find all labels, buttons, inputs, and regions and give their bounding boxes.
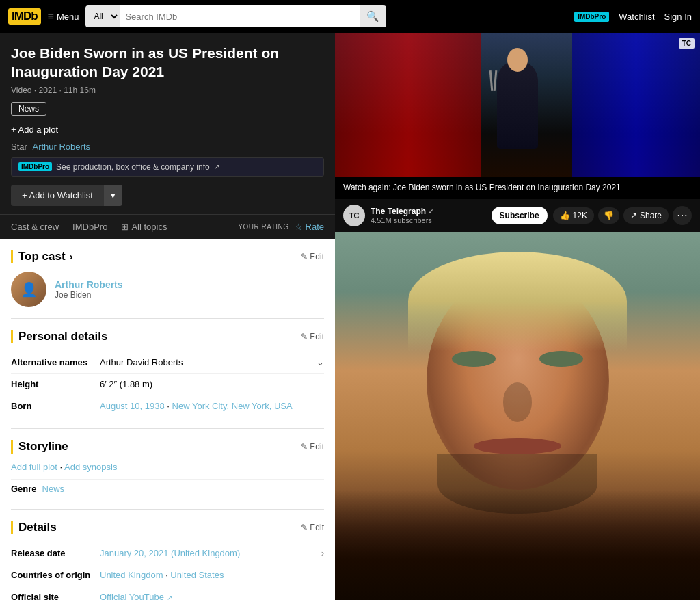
personal-details-edit[interactable]: ✎ Edit (301, 332, 324, 341)
imdbpro-logo[interactable]: IMDbPro (574, 12, 609, 22)
search-input[interactable] (120, 5, 360, 27)
cast-info: Arthur Roberts Joe Biden (55, 279, 123, 300)
imdbpro-bar[interactable]: IMDbPro See production, box office & com… (11, 157, 324, 177)
top-cast-label: Top cast (18, 250, 66, 263)
storyline-header: Storyline ✎ Edit (11, 440, 324, 454)
subscribe-button[interactable]: Subscribe (492, 207, 548, 224)
cast-crew-nav[interactable]: Cast & crew (11, 215, 59, 239)
release-date-row[interactable]: Release date January 20, 2021 (United Ki… (11, 543, 324, 564)
details-header: Details ✎ Edit (11, 521, 324, 534)
search-bar: All 🔍 (85, 5, 386, 27)
video-section: TC Watch again: Joe Biden sworn in as US… (335, 33, 700, 232)
storyline-section: Storyline ✎ Edit Add full plot · Add syn… (11, 440, 324, 498)
imdb-logo[interactable]: IMDb (8, 8, 41, 25)
born-label: Born (11, 401, 100, 411)
personal-details-section: Personal details ✎ Edit Alternative name… (11, 330, 324, 417)
cast-name[interactable]: Arthur Roberts (55, 279, 123, 290)
left-column: Joe Biden Sworn in as US President on In… (0, 33, 335, 600)
like-button[interactable]: 👍 12K (553, 207, 594, 224)
share-icon: ↗ (630, 211, 637, 220)
release-date-label: Release date (11, 548, 100, 558)
add-to-watchlist-button[interactable]: + Add to Watchlist (11, 185, 104, 206)
official-site-link[interactable]: Official YouTube ↗ (100, 592, 172, 600)
edit-label-3: Edit (310, 442, 324, 452)
search-button[interactable]: 🔍 (360, 5, 386, 27)
grid-icon: ⊞ (121, 222, 129, 232)
countries-label: Countries of origin (11, 570, 100, 580)
born-date-link[interactable]: August 10, 1938 (100, 401, 165, 411)
verified-icon: ✓ (428, 208, 433, 216)
divider-2 (11, 428, 324, 429)
imdbpro-nav[interactable]: IMDbPro (72, 215, 107, 239)
more-button[interactable]: ⋯ (673, 206, 692, 225)
release-date-arrow: › (321, 548, 324, 558)
channel-info: The Telegraph ✓ 4.51M subscribers (371, 207, 486, 224)
genre-label: Genre (11, 484, 37, 494)
star-label: Star (11, 142, 27, 152)
all-topics-nav[interactable]: ⊞ All topics (121, 215, 167, 239)
header: IMDb ≡ Menu All 🔍 IMDbPro Watchlist Sign… (0, 0, 700, 33)
storyline-title: Storyline (18, 440, 68, 454)
thumb-up-icon: 👍 (560, 211, 570, 220)
cast-item: 👤 Arthur Roberts Joe Biden (11, 272, 324, 307)
external-icon: ↗ (167, 594, 172, 600)
cast-avatar: 👤 (11, 272, 46, 307)
news-tag[interactable]: News (11, 102, 46, 116)
hero-tags: News (11, 102, 324, 116)
add-plot-button[interactable]: + Add a plot (11, 125, 58, 135)
add-synopsis-link[interactable]: Add synopsis (64, 462, 117, 472)
watchlist-header-link[interactable]: Watchlist (619, 12, 654, 22)
video-figure-area (335, 33, 700, 177)
alt-names-chevron[interactable]: ⌄ (317, 357, 324, 367)
top-cast-chevron[interactable]: › (70, 251, 73, 262)
add-full-plot-link[interactable]: Add full plot (11, 462, 57, 472)
dislike-button[interactable]: 👎 (598, 207, 619, 224)
details-section: Details ✎ Edit Release date January 20, … (11, 521, 324, 600)
share-label: Share (640, 211, 662, 220)
edit-label: Edit (310, 252, 324, 261)
alt-names-label: Alternative names (11, 357, 100, 367)
personal-details-header: Personal details ✎ Edit (11, 330, 324, 343)
cast-role: Joe Biden (55, 290, 123, 300)
external-link-icon: ↗ (214, 163, 219, 170)
country-uk-link[interactable]: United Kingdom (100, 570, 163, 580)
sub-nav: Cast & crew IMDbPro ⊞ All topics YOUR RA… (0, 214, 335, 239)
share-button[interactable]: ↗ Share (623, 207, 669, 224)
pencil-icon: ✎ (301, 252, 308, 261)
top-cast-edit[interactable]: ✎ Edit (301, 252, 324, 261)
video-caption: Watch again: Joe Biden sworn in as US Pr… (335, 177, 700, 199)
video-actions: 👍 12K 👎 ↗ Share ⋯ (553, 206, 692, 225)
edit-label-4: Edit (310, 523, 324, 532)
all-topics-label: All topics (131, 222, 167, 232)
born-value: August 10, 1938 · New York City, New Yor… (100, 401, 293, 411)
like-count: 12K (573, 211, 587, 220)
watchlist-caret-button[interactable]: ▾ (104, 185, 122, 206)
content-area: Top cast › ✎ Edit 👤 Arthur Roberts Joe B… (0, 239, 335, 600)
watchlist-bar: + Add to Watchlist ▾ (11, 185, 324, 214)
menu-button[interactable]: ≡ Menu (48, 10, 79, 23)
born-place-link[interactable]: New York City, New York, USA (172, 401, 293, 411)
rating-section: YOUR RATING ☆ Rate (238, 215, 324, 239)
signin-link[interactable]: Sign In (664, 12, 692, 22)
countries-value: United Kingdom · United States (100, 570, 224, 580)
genre-value-link[interactable]: News (42, 484, 65, 494)
country-us-link[interactable]: United States (170, 570, 224, 580)
channel-icon: TC (343, 205, 365, 226)
add-plot-row: Add full plot · Add synopsis (11, 462, 324, 472)
storyline-edit[interactable]: ✎ Edit (301, 442, 324, 452)
tc-badge: TC (679, 38, 695, 49)
star-rate-icon: ☆ (295, 222, 303, 232)
rate-button[interactable]: ☆ Rate (295, 222, 324, 232)
details-edit[interactable]: ✎ Edit (301, 523, 324, 532)
video-thumbnail[interactable]: TC (335, 33, 700, 177)
thumb-down-icon: 👎 (604, 211, 614, 220)
imdbpro-bar-logo: IMDbPro (18, 162, 52, 171)
imdbpro-bar-text: See production, box office & company inf… (56, 162, 210, 172)
search-category-select[interactable]: All (85, 5, 120, 27)
star-link[interactable]: Arthur Roberts (32, 142, 90, 152)
hero-title: Joe Biden Sworn in as US President on In… (11, 44, 324, 81)
release-date-value[interactable]: January 20, 2021 (United Kingdom) (100, 548, 321, 558)
hero-meta: Video · 2021 · 11h 16m (11, 86, 324, 95)
born-separator: · (167, 401, 172, 411)
top-cast-header: Top cast › ✎ Edit (11, 250, 324, 263)
